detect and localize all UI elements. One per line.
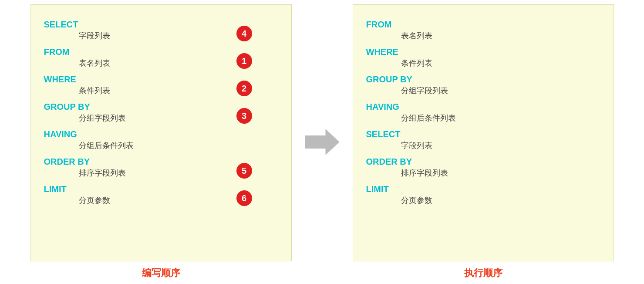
main-container: SELECT 字段列表 4 FROM 表名列表 1 WHERE 条件列表 2 G… [30, 4, 614, 280]
r-orderby-line: ORDER BY 排序字段列表 [366, 157, 600, 178]
left-panel-wrapper: SELECT 字段列表 4 FROM 表名列表 1 WHERE 条件列表 2 G… [30, 4, 292, 280]
select-line: SELECT 字段列表 4 [44, 20, 278, 41]
orderby-line: ORDER BY 排序字段列表 5 [44, 157, 278, 178]
r-where-keyword: WHERE [366, 47, 600, 57]
where-line: WHERE 条件列表 2 [44, 74, 278, 96]
badge-4: 4 [236, 26, 252, 41]
arrow-container [305, 129, 340, 155]
r-where-sub: 条件列表 [401, 58, 600, 68]
r-limit-sub: 分页参数 [401, 195, 600, 206]
from-line: FROM 表名列表 1 [44, 47, 278, 68]
r-orderby-sub: 排序字段列表 [401, 168, 600, 178]
r-orderby-keyword: ORDER BY [366, 157, 600, 167]
limit-line: LIMIT 分页参数 6 [44, 184, 278, 206]
r-select-line: SELECT 字段列表 [366, 129, 600, 151]
badge-1: 1 [236, 53, 252, 69]
having-line: HAVING 分组后条件列表 [44, 129, 278, 151]
r-groupby-sub: 分组字段列表 [401, 85, 600, 96]
r-from-line: FROM 表名列表 [366, 20, 600, 41]
r-having-line: HAVING 分组后条件列表 [366, 102, 600, 123]
arrow-icon [305, 129, 340, 155]
r-from-keyword: FROM [366, 20, 600, 30]
r-limit-line: LIMIT 分页参数 [366, 184, 600, 206]
badge-2: 2 [236, 81, 252, 96]
r-select-keyword: SELECT [366, 129, 600, 139]
left-panel: SELECT 字段列表 4 FROM 表名列表 1 WHERE 条件列表 2 G… [30, 4, 292, 261]
having-keyword: HAVING [44, 129, 278, 139]
r-having-keyword: HAVING [366, 102, 600, 112]
badge-5: 5 [236, 163, 252, 179]
right-panel: FROM 表名列表 WHERE 条件列表 GROUP BY 分组字段列表 HAV… [353, 4, 614, 261]
right-panel-label: 执行顺序 [464, 267, 502, 280]
r-groupby-keyword: GROUP BY [366, 74, 600, 85]
r-select-sub: 字段列表 [401, 140, 600, 151]
r-from-sub: 表名列表 [401, 30, 600, 41]
r-where-line: WHERE 条件列表 [366, 47, 600, 68]
having-sub: 分组后条件列表 [79, 140, 278, 151]
right-panel-wrapper: FROM 表名列表 WHERE 条件列表 GROUP BY 分组字段列表 HAV… [353, 4, 614, 280]
r-having-sub: 分组后条件列表 [401, 113, 600, 123]
badge-6: 6 [236, 190, 252, 206]
left-panel-label: 编写顺序 [142, 267, 180, 280]
r-groupby-line: GROUP BY 分组字段列表 [366, 74, 600, 96]
badge-3: 3 [236, 108, 252, 124]
r-limit-keyword: LIMIT [366, 184, 600, 194]
groupby-line: GROUP BY 分组字段列表 3 [44, 102, 278, 123]
